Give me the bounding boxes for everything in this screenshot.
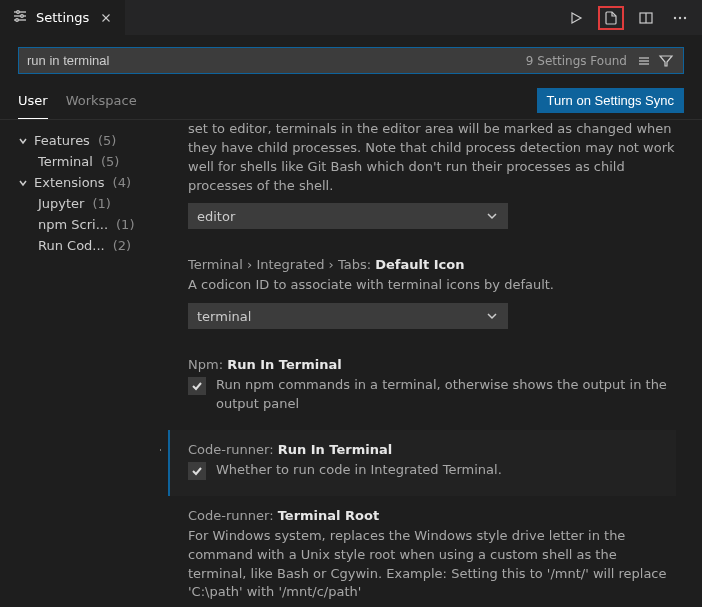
svg-marker-17	[660, 56, 672, 66]
gear-icon[interactable]	[160, 442, 162, 461]
setting-description: For Windows system, replaces the Windows…	[188, 527, 676, 602]
setting-item: Npm: Run In Terminal Run npm commands in…	[168, 345, 676, 430]
chevron-down-icon	[16, 177, 30, 189]
chevron-down-icon	[485, 209, 499, 223]
tab-workspace[interactable]: Workspace	[66, 82, 137, 119]
settings-sync-button[interactable]: Turn on Settings Sync	[537, 88, 684, 113]
more-actions-icon[interactable]	[668, 7, 692, 29]
tree-label: Extensions	[34, 175, 105, 190]
tree-count: (1)	[92, 196, 110, 211]
setting-select[interactable]: editor	[188, 203, 508, 229]
settings-search: 9 Settings Found	[18, 47, 684, 74]
split-editor-icon[interactable]	[634, 7, 658, 29]
tree-features[interactable]: Features (5)	[16, 130, 156, 151]
tree-extensions[interactable]: Extensions (4)	[16, 172, 156, 193]
results-count: 9 Settings Found	[526, 54, 627, 68]
setting-item: set to editor, terminals in the editor a…	[168, 120, 676, 245]
svg-marker-8	[572, 13, 581, 23]
close-icon[interactable]	[97, 9, 115, 27]
svg-point-11	[674, 16, 676, 18]
tree-count: (2)	[113, 238, 131, 253]
settings-list: set to editor, terminals in the editor a…	[160, 120, 702, 607]
tree-count: (1)	[116, 217, 134, 232]
tree-label: Terminal	[38, 154, 93, 169]
svg-point-3	[17, 11, 20, 14]
setting-select[interactable]: terminal	[188, 303, 508, 329]
svg-point-5	[16, 19, 19, 22]
settings-tab[interactable]: Settings	[0, 0, 125, 35]
tree-label: Run Cod...	[38, 238, 105, 253]
settings-icon	[12, 8, 28, 27]
tab-user[interactable]: User	[18, 82, 48, 119]
settings-tree: Features (5) Terminal (5) Extensions (4)…	[0, 120, 160, 607]
tree-count: (5)	[98, 133, 116, 148]
setting-item-active: Code-runner: Run In Terminal Whether to …	[168, 430, 676, 496]
clear-search-icon[interactable]	[633, 53, 655, 69]
chevron-down-icon	[16, 135, 30, 147]
select-value: editor	[197, 209, 235, 224]
setting-title: Terminal › Integrated › Tabs: Default Ic…	[188, 257, 676, 272]
setting-title: Code-runner: Run In Terminal	[188, 442, 676, 457]
editor-actions	[564, 6, 702, 30]
setting-checkbox[interactable]	[188, 462, 206, 480]
filter-icon[interactable]	[655, 53, 677, 69]
tab-title: Settings	[36, 10, 89, 25]
svg-point-13	[684, 16, 686, 18]
search-input[interactable]	[27, 53, 526, 68]
setting-description: A codicon ID to associate with terminal …	[188, 276, 676, 295]
setting-description: Run npm commands in a terminal, otherwis…	[216, 376, 676, 414]
setting-item: Terminal › Integrated › Tabs: Default Ic…	[168, 245, 676, 345]
setting-title: Code-runner: Terminal Root	[188, 508, 676, 523]
setting-description: Whether to run code in Integrated Termin…	[216, 461, 502, 480]
open-json-icon[interactable]	[598, 6, 624, 30]
tree-runcode[interactable]: Run Cod... (2)	[16, 235, 156, 256]
svg-point-12	[679, 16, 681, 18]
tree-label: Jupyter	[38, 196, 84, 211]
chevron-down-icon	[485, 309, 499, 323]
tree-label: npm Scri...	[38, 217, 108, 232]
tree-jupyter[interactable]: Jupyter (1)	[16, 193, 156, 214]
scope-row: User Workspace Turn on Settings Sync	[0, 82, 702, 120]
setting-title: Npm: Run In Terminal	[188, 357, 676, 372]
setting-description: set to editor, terminals in the editor a…	[188, 120, 676, 195]
tree-count: (4)	[113, 175, 131, 190]
setting-checkbox[interactable]	[188, 377, 206, 395]
tree-npm[interactable]: npm Scri... (1)	[16, 214, 156, 235]
svg-point-4	[21, 15, 24, 18]
setting-item: Code-runner: Terminal Root For Windows s…	[168, 496, 676, 607]
tree-count: (5)	[101, 154, 119, 169]
editor-tabbar: Settings	[0, 0, 702, 35]
select-value: terminal	[197, 309, 251, 324]
run-icon[interactable]	[564, 7, 588, 29]
tree-terminal[interactable]: Terminal (5)	[16, 151, 156, 172]
tree-label: Features	[34, 133, 90, 148]
